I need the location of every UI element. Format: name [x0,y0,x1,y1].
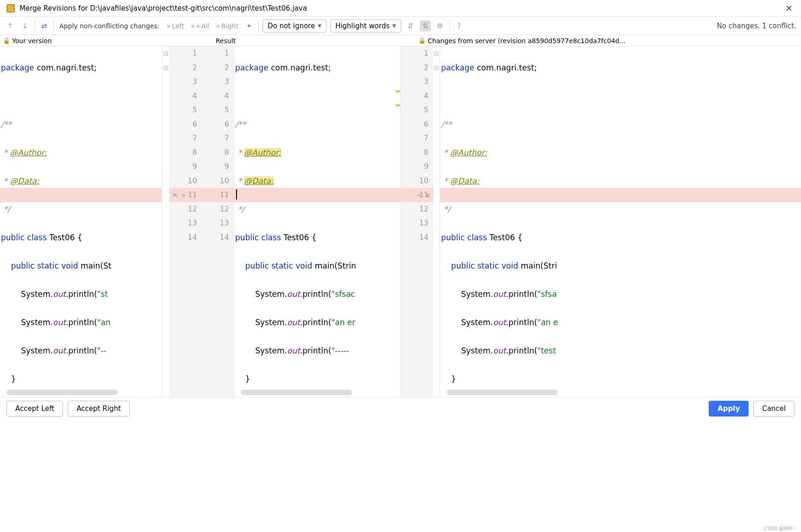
chevron-down-icon: ▼ [318,23,321,28]
right-panel-label: 🔒Changes from server (revision a8590d597… [416,35,801,46]
fold-icon[interactable]: ⊟ [162,61,169,75]
titlebar: Merge Revisions for D:\javafiles\java\pr… [0,0,801,17]
toolbar: ↑ ↓ ⇄ Apply non-conflicting changes: »Le… [0,17,801,35]
arrow-down-icon[interactable]: ↓ [19,20,31,32]
reject-right-icon[interactable]: ✕ [424,191,430,199]
mid-panel-label: Result [213,35,416,46]
fold-icon[interactable]: ⊟ [433,61,440,75]
help-icon[interactable]: ? [454,20,465,32]
gear-icon[interactable]: ⚙ [435,20,446,32]
apply-button[interactable]: Apply [709,401,749,417]
ignore-dropdown[interactable]: Do not ignore ▼ [263,19,327,32]
highlight-dropdown[interactable]: Highlight words ▼ [330,19,401,32]
accept-right-icon[interactable]: « [417,191,421,199]
apply-label: Apply non-conflicting changes: [59,22,160,30]
lock-icon: 🔒 [418,37,426,44]
app-icon [6,4,15,13]
window-title: Merge Revisions for D:\javafiles\java\pr… [19,4,307,13]
arrow-up-icon[interactable]: ↑ [5,20,16,32]
result-editor[interactable]: package com.nagri.test; /** * @Author: *… [234,46,401,397]
right-editor[interactable]: package com.nagri.test; /** * @Author: *… [440,46,801,397]
chevron-down-icon: ▼ [392,23,396,28]
apply-left-action[interactable]: »Left [167,22,184,30]
fold-icon[interactable]: ⊟ [433,46,440,61]
sync-scroll-icon[interactable]: ⇅ [420,20,431,32]
apply-right-action[interactable]: «Right [216,22,238,30]
accept-left-icon[interactable]: » [181,191,186,199]
left-panel-label: 🔒Your version [0,35,213,46]
chevrons-left-icon: « [216,22,220,30]
separator [34,21,35,31]
editor-area: package com.nagri.test; /** * @Author: *… [0,46,801,397]
close-icon[interactable]: ✕ [783,3,795,13]
footer: Accept Left Accept Right Apply Cancel [0,397,801,419]
caret [236,189,237,199]
accept-right-button[interactable]: Accept Right [68,401,129,417]
merge-icon[interactable]: ⇄ [38,20,50,32]
lock-icon: 🔒 [3,37,10,44]
left-editor[interactable]: package com.nagri.test; /** * @Author: *… [0,46,162,397]
chevrons-right-icon: » [167,22,171,30]
chevrons-left-icon: « [196,22,200,30]
cancel-button[interactable]: Cancel [753,401,795,417]
status-text: No changes. 1 conflict. [717,22,796,30]
apply-all-action[interactable]: »«All [191,22,210,30]
separator [449,21,450,31]
reject-left-icon[interactable]: ✕ [172,191,178,199]
chevrons-right-icon: » [191,22,195,30]
magic-wand-icon[interactable]: ✦ [244,20,255,32]
accept-left-button[interactable]: Accept Left [6,401,63,417]
collapse-icon[interactable]: ⇵ [405,20,416,32]
separator [53,21,54,31]
separator [258,21,259,31]
fold-icon[interactable]: ⊟ [162,46,169,61]
